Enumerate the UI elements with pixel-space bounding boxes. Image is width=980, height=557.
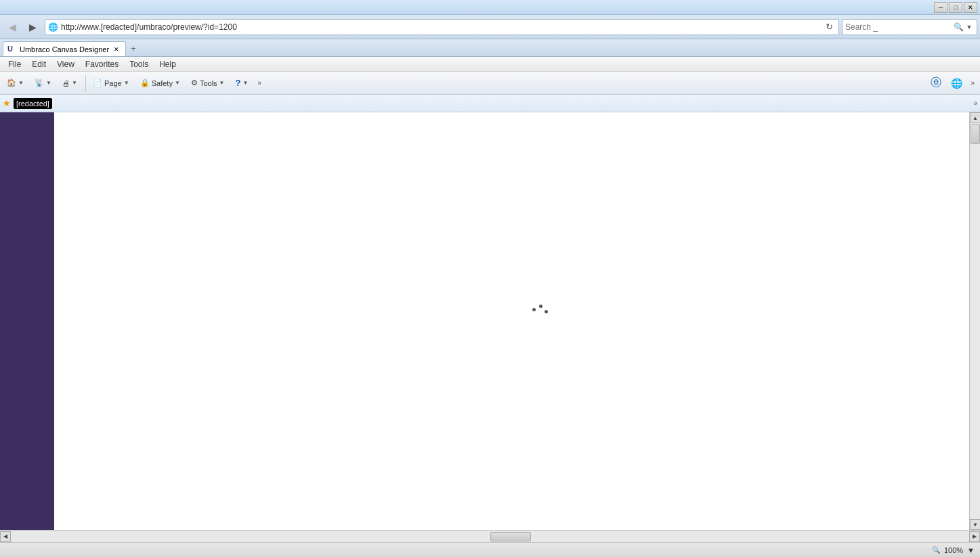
menu-favorites[interactable]: Favorites [80,58,124,70]
search-bar-container: 🔍 ▼ [842,19,977,35]
command-bar-left: 🏠 ▼ 📡 ▼ 🖨 ▼ 📄 Page ▼ 🔒 Safety ▼ [3,74,925,93]
rss-dropdown-icon: ▼ [46,80,53,86]
browser-tab-0[interactable]: U Umbraco Canvas Designer ✕ [3,41,126,56]
tools-label: Tools [200,79,217,87]
tab-close-button[interactable]: ✕ [112,45,121,54]
cmd-help[interactable]: ? ▼ [232,74,254,93]
menu-edit[interactable]: Edit [26,58,51,70]
search-dropdown-button[interactable]: ▼ [964,21,974,33]
content-area: ▲ ▼ [0,112,980,530]
cmd-print[interactable]: 🖨 ▼ [58,74,83,93]
favorites-extend-icon[interactable]: » [973,99,977,107]
help-icon: ? [236,78,241,88]
cmd-rss[interactable]: 📡 ▼ [30,74,57,93]
page-label: Page [104,79,122,87]
tools-icon: ⚙ [191,79,198,87]
favorites-item-label: [redacted] [16,99,49,108]
close-button[interactable]: ✕ [964,2,977,13]
safety-dropdown-icon: ▼ [175,80,182,86]
favorites-bar: ★ [redacted] » [0,95,980,112]
loading-dot-3 [545,310,548,313]
safety-label: Safety [152,79,173,87]
home-dropdown-icon: ▼ [18,80,25,86]
search-input[interactable] [845,22,952,32]
cmd-tools[interactable]: ⚙ Tools ▼ [187,74,230,93]
new-tab-button[interactable]: + [126,41,141,56]
scroll-track [970,123,980,519]
cmd-page[interactable]: 📄 Page ▼ [89,74,135,93]
favorites-item[interactable]: [redacted] [14,98,52,109]
browser-window: ─ □ ✕ ◀ ▶ 🌐 ↻ 🔍 ▼ U Umbraco Canvas Desig… [0,0,980,557]
scroll-bottom-track [11,531,969,542]
tools-dropdown-icon: ▼ [219,80,226,86]
zoom-dropdown-icon[interactable]: ▼ [967,546,975,554]
zoom-icon: 🔍 [932,546,940,554]
cmd-separator-1 [85,75,86,91]
menu-file[interactable]: File [3,58,26,70]
menu-view[interactable]: View [51,58,80,70]
loading-dot-2 [539,305,542,308]
tab-bar: U Umbraco Canvas Designer ✕ + [0,39,980,57]
scroll-left-button[interactable]: ◀ [0,531,11,542]
page-icon: 📄 [93,79,102,87]
horizontal-scrollbar: ◀ ▶ [0,530,980,542]
minimize-button[interactable]: ─ [934,2,947,13]
back-button[interactable]: ◀ [3,18,22,36]
page-dropdown-icon: ▼ [124,80,131,86]
rss-icon: 📡 [35,79,44,87]
safety-icon: 🔒 [140,79,150,87]
menu-tools[interactable]: Tools [124,58,154,70]
extend-left-icon[interactable]: » [255,79,265,87]
cmd-safety[interactable]: 🔒 Safety ▼ [136,74,186,93]
main-content [54,112,969,530]
title-bar: ─ □ ✕ [0,0,980,15]
cmd-ie-logo[interactable]: ⓔ [926,74,945,93]
extend-right-icon[interactable]: » [968,79,977,87]
command-bar: 🏠 ▼ 📡 ▼ 🖨 ▼ 📄 Page ▼ 🔒 Safety ▼ [0,72,980,95]
print-icon: 🖨 [62,79,70,87]
maximize-button[interactable]: □ [949,2,962,13]
menu-help[interactable]: Help [154,58,182,70]
refresh-button[interactable]: ↻ [822,20,836,34]
search-button[interactable]: 🔍 [952,21,964,33]
address-icon: 🌐 [48,22,58,32]
address-input[interactable] [61,22,822,32]
home-icon: 🏠 [7,79,16,87]
menu-bar: File Edit View Favorites Tools Help [0,57,980,72]
translate-icon: 🌐 [951,78,962,89]
forward-button[interactable]: ▶ [23,18,42,36]
help-dropdown-icon: ▼ [243,80,250,86]
scroll-right-button[interactable]: ▶ [969,531,980,542]
zoom-level: 100% [944,546,963,554]
cmd-translate[interactable]: 🌐 [947,74,966,93]
status-bar: 🔍 100% ▼ [0,542,980,557]
loading-dot-1 [532,308,536,311]
print-dropdown-icon: ▼ [72,80,79,86]
nav-bar: ◀ ▶ 🌐 ↻ 🔍 ▼ [0,15,980,39]
tab-favicon: U [7,45,17,54]
scroll-down-button[interactable]: ▼ [970,519,980,530]
cmd-home[interactable]: 🏠 ▼ [3,74,29,93]
ie-logo-icon: ⓔ [931,76,941,90]
tab-label: Umbraco Canvas Designer [20,45,109,53]
address-bar-container: 🌐 ↻ [45,19,839,35]
scroll-up-button[interactable]: ▲ [970,112,980,123]
scroll-thumb[interactable] [971,124,980,144]
sidebar-panel [0,112,54,530]
scroll-bottom-thumb[interactable] [490,532,531,541]
vertical-scrollbar: ▲ ▼ [969,112,980,530]
title-bar-buttons: ─ □ ✕ [934,2,977,13]
command-bar-right: ⓔ 🌐 » [926,74,977,93]
favorites-star-icon: ★ [3,98,11,108]
